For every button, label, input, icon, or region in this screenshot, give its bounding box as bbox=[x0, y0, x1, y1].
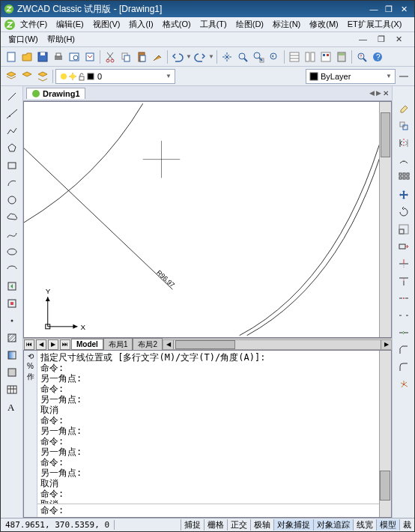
trim-button[interactable] bbox=[396, 256, 411, 271]
join-button[interactable] bbox=[396, 325, 411, 340]
menu-help[interactable]: 帮助(H) bbox=[43, 32, 79, 46]
properties-button[interactable] bbox=[287, 49, 302, 64]
calc-button[interactable] bbox=[334, 49, 349, 64]
doc-minimize-button[interactable]: — bbox=[354, 33, 372, 46]
mode-clip[interactable]: 裁 bbox=[399, 519, 414, 531]
new-button[interactable] bbox=[4, 49, 19, 64]
line-button[interactable] bbox=[4, 89, 19, 104]
mode-model[interactable]: 模型 bbox=[376, 519, 399, 531]
ellipse-button[interactable] bbox=[4, 244, 19, 259]
cmd-tool-2-icon[interactable]: % bbox=[27, 362, 34, 370]
ellipse-arc-button[interactable] bbox=[4, 262, 19, 276]
cut-button[interactable] bbox=[103, 49, 118, 64]
menu-dimension[interactable]: 标注(N) bbox=[268, 17, 305, 31]
print-button[interactable] bbox=[51, 49, 66, 64]
app-menu-icon[interactable] bbox=[4, 19, 16, 31]
gradient-button[interactable] bbox=[4, 348, 19, 363]
mirror-button[interactable] bbox=[396, 136, 411, 151]
layer-mgr-button[interactable] bbox=[4, 69, 19, 84]
arc-button[interactable] bbox=[4, 175, 19, 190]
polygon-button[interactable] bbox=[4, 141, 19, 156]
maximize-button[interactable]: ❐ bbox=[381, 3, 396, 15]
zoom-prev-button[interactable] bbox=[267, 49, 282, 64]
mode-polar[interactable]: 极轴 bbox=[250, 519, 273, 531]
vscroll-thumb[interactable] bbox=[381, 112, 390, 157]
mtext-button[interactable]: A bbox=[4, 399, 19, 414]
menu-edit[interactable]: 编辑(E) bbox=[52, 17, 88, 31]
cmd-tool-1-icon[interactable]: ⟲ bbox=[28, 352, 34, 360]
explode-button[interactable] bbox=[396, 377, 411, 392]
mode-grid[interactable]: 栅格 bbox=[204, 519, 227, 531]
block-button[interactable] bbox=[4, 296, 19, 311]
scale-button[interactable] bbox=[396, 222, 411, 237]
undo-button[interactable] bbox=[170, 49, 185, 64]
linetype-button[interactable] bbox=[396, 69, 411, 84]
mode-lwt[interactable]: 线宽 bbox=[353, 519, 376, 531]
zoom-realtime-button[interactable] bbox=[235, 49, 250, 64]
menu-view[interactable]: 视图(V) bbox=[88, 17, 125, 31]
minimize-button[interactable]: — bbox=[366, 3, 381, 15]
layout-prev-button[interactable]: ◀ bbox=[36, 339, 46, 350]
hscroll-thumb[interactable] bbox=[175, 340, 235, 349]
preview-button[interactable] bbox=[67, 49, 82, 64]
spline-button[interactable] bbox=[4, 227, 19, 242]
menu-draw[interactable]: 绘图(D) bbox=[231, 17, 268, 31]
layer-prev-button[interactable] bbox=[19, 69, 34, 84]
layout-first-button[interactable]: ⏮ bbox=[24, 339, 34, 350]
doc-close-button[interactable]: ✕ bbox=[391, 33, 407, 46]
break-button[interactable] bbox=[396, 308, 411, 323]
command-log[interactable]: 指定尺寸线位置或 [多行文字(M)/文字(T)/角度(A)]: 命令: 另一角点… bbox=[37, 351, 379, 504]
tab-layout2[interactable]: 布局2 bbox=[133, 338, 163, 351]
command-input[interactable]: 命令: bbox=[37, 504, 379, 517]
redo-dropdown-icon[interactable]: ▼ bbox=[208, 53, 214, 60]
insert-button[interactable] bbox=[4, 279, 19, 294]
fillet-button[interactable] bbox=[396, 360, 411, 375]
match-button[interactable] bbox=[150, 49, 165, 64]
array-button[interactable] bbox=[396, 170, 411, 185]
rect-button[interactable] bbox=[4, 158, 19, 173]
menu-window[interactable]: 窗口(W) bbox=[4, 32, 43, 46]
layout-next-button[interactable]: ▶ bbox=[48, 339, 58, 350]
break-pt-button[interactable] bbox=[396, 291, 411, 306]
horizontal-scrollbar[interactable]: ◀ ▶ bbox=[163, 339, 392, 350]
move-button[interactable] bbox=[396, 187, 411, 202]
xline-button[interactable] bbox=[4, 106, 19, 121]
menu-file[interactable]: 文件(F) bbox=[16, 17, 52, 31]
offset-button[interactable] bbox=[396, 153, 411, 168]
hatch-button[interactable] bbox=[4, 330, 19, 345]
tool-palette-button[interactable] bbox=[318, 49, 333, 64]
doc-restore-button[interactable]: ❐ bbox=[373, 33, 390, 46]
coordinates[interactable]: 487.9651, 370.5359, 0 bbox=[1, 520, 115, 530]
mode-ortho[interactable]: 正交 bbox=[227, 519, 250, 531]
vertical-scrollbar[interactable] bbox=[379, 102, 391, 337]
doc-tab[interactable]: Drawing1 bbox=[26, 88, 85, 99]
cmd-tool-3-icon[interactable]: 作 bbox=[27, 372, 34, 382]
command-scrollbar[interactable] bbox=[379, 351, 391, 517]
layout-last-button[interactable]: ⏭ bbox=[60, 339, 70, 350]
erase-button[interactable] bbox=[396, 101, 411, 116]
rotate-button[interactable] bbox=[396, 205, 411, 220]
layer-state-button[interactable] bbox=[35, 69, 50, 84]
hscroll-left-button[interactable]: ◀ bbox=[163, 340, 174, 349]
table-button[interactable] bbox=[4, 382, 19, 397]
design-center-button[interactable] bbox=[303, 49, 318, 64]
tab-left-icon[interactable]: ◀ bbox=[369, 89, 375, 97]
cmd-scroll-thumb[interactable] bbox=[380, 471, 390, 501]
menu-insert[interactable]: 插入(I) bbox=[124, 17, 157, 31]
mode-otrack[interactable]: 对象追踪 bbox=[313, 519, 353, 531]
hscroll-right-button[interactable]: ▶ bbox=[381, 340, 391, 349]
chamfer-button[interactable] bbox=[396, 342, 411, 357]
tab-model[interactable]: Model bbox=[71, 339, 103, 350]
region-button[interactable] bbox=[4, 365, 19, 380]
copy-button[interactable] bbox=[118, 49, 133, 64]
mode-snap[interactable]: 捕捉 bbox=[181, 519, 204, 531]
tab-layout1[interactable]: 布局1 bbox=[103, 338, 133, 351]
revcloud-button[interactable] bbox=[4, 210, 19, 225]
pan-button[interactable] bbox=[219, 49, 234, 64]
copy2-button[interactable] bbox=[396, 118, 411, 133]
zoom-window-button[interactable] bbox=[251, 49, 266, 64]
paste-button[interactable] bbox=[134, 49, 149, 64]
save-button[interactable] bbox=[35, 49, 50, 64]
zoom-ext-button[interactable]: ? bbox=[354, 49, 369, 64]
drawing-canvas[interactable]: X Y R96.97 bbox=[23, 101, 392, 338]
